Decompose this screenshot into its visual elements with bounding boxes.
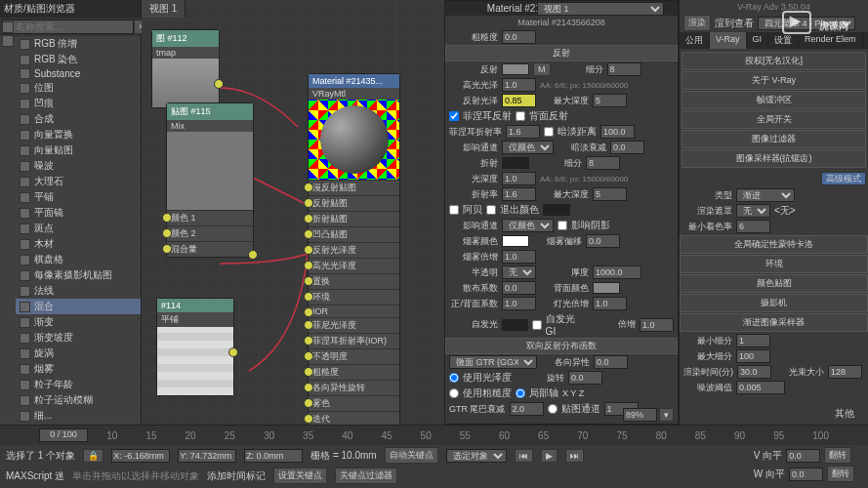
gtr-spinner[interactable] bbox=[510, 402, 544, 416]
node-input-row[interactable]: 菲尼光泽度 bbox=[309, 317, 399, 333]
list-item[interactable]: 噪波 bbox=[16, 158, 141, 174]
list-item[interactable]: RGB 染色 bbox=[16, 52, 141, 67]
node-input-port[interactable] bbox=[304, 414, 313, 424]
node-mix-115[interactable]: 贴图 #115 Mix 颜色 1颜色 2混合量 bbox=[166, 102, 254, 258]
list-item[interactable]: 粒子运动模糊 bbox=[16, 392, 141, 408]
list-item[interactable]: 混合 bbox=[16, 299, 141, 314]
node-input-port[interactable] bbox=[304, 307, 313, 317]
thickness-spinner[interactable] bbox=[593, 265, 641, 279]
node-input-row[interactable]: 置换 bbox=[309, 273, 399, 289]
lock-icon[interactable]: 🔒 bbox=[83, 449, 103, 463]
use-gloss-radio[interactable] bbox=[449, 373, 459, 383]
sampler-type-dropdown[interactable]: 渐进 bbox=[736, 188, 795, 202]
node-input-row[interactable]: 混合量 bbox=[167, 241, 253, 257]
flip-button[interactable]: 翻转 bbox=[827, 466, 854, 482]
rollout-item[interactable]: 图像过滤器 bbox=[682, 130, 866, 148]
fog-bias-spinner[interactable] bbox=[586, 234, 620, 248]
node-input-row[interactable]: IOR bbox=[309, 305, 399, 317]
refract-color-swatch[interactable] bbox=[502, 157, 529, 169]
list-item[interactable]: 位图 bbox=[16, 80, 141, 96]
affect-dropdown[interactable]: 仅颜色 bbox=[502, 141, 554, 154]
node-input-port[interactable] bbox=[304, 214, 313, 224]
env-rollout[interactable]: 环境 bbox=[680, 255, 868, 273]
list-item[interactable]: 渐变坡度 bbox=[16, 330, 141, 346]
node-input-row[interactable]: 反射光泽度 bbox=[309, 242, 399, 258]
node-input-row[interactable]: 不透明度 bbox=[309, 348, 399, 364]
viewport-dropdown[interactable]: 视图 1 bbox=[537, 2, 664, 16]
shadow-checkbox[interactable] bbox=[558, 221, 567, 230]
min-shade-spinner[interactable] bbox=[736, 220, 770, 233]
refract-subdiv-spinner[interactable] bbox=[586, 156, 620, 170]
list-item[interactable]: 烟雾 bbox=[16, 361, 141, 377]
zoom-spinner[interactable] bbox=[623, 408, 657, 422]
list-item[interactable]: 棋盘格 bbox=[16, 252, 141, 267]
max-sub-spinner[interactable] bbox=[736, 349, 770, 363]
light-mult-spinner[interactable] bbox=[593, 297, 627, 310]
list-item[interactable]: 凹痕 bbox=[16, 96, 141, 111]
noise-spinner[interactable] bbox=[736, 381, 785, 394]
node-input-port[interactable] bbox=[304, 336, 313, 346]
map-channel-radio[interactable] bbox=[548, 404, 558, 414]
node-input-row[interactable]: 雾色 bbox=[309, 395, 399, 411]
node-input-port[interactable] bbox=[304, 383, 313, 392]
node-input-row[interactable]: 各向异性旋转 bbox=[309, 380, 399, 395]
camera-dropdown[interactable]: 四元菜单 4 - PhysCamera002 bbox=[758, 17, 855, 30]
back-reflect-checkbox[interactable] bbox=[516, 111, 525, 121]
scatter-spinner[interactable] bbox=[502, 281, 536, 295]
render-button[interactable]: 渲染 bbox=[683, 15, 711, 31]
list-item[interactable]: 粒子年龄 bbox=[16, 377, 141, 392]
brdf-dropdown[interactable]: 微面 GTR (GGX) bbox=[449, 355, 537, 369]
add-time-tag[interactable]: 添加时间标记 bbox=[207, 469, 266, 483]
node-input-port[interactable] bbox=[162, 213, 172, 223]
list-item[interactable]: 每像素摄影机贴图 bbox=[16, 267, 141, 283]
tab-公用[interactable]: 公用 bbox=[680, 32, 710, 49]
hilight-spinner[interactable] bbox=[502, 78, 536, 92]
node-input-port[interactable] bbox=[162, 244, 172, 254]
play-prev-icon[interactable]: ⏮ bbox=[515, 449, 533, 463]
tab-render elem[interactable]: Render Elem bbox=[799, 32, 863, 49]
play-next-icon[interactable]: ⏭ bbox=[565, 449, 584, 463]
use-rough-radio[interactable] bbox=[449, 388, 459, 398]
node-input-row[interactable]: 折射贴图 bbox=[309, 211, 399, 226]
rollout-item[interactable]: 授权[无名汉化] bbox=[682, 52, 866, 70]
key-target-dropdown[interactable]: 选定对象 bbox=[446, 449, 507, 463]
back-color-swatch[interactable] bbox=[593, 282, 620, 294]
ray-bundle-spinner[interactable] bbox=[828, 365, 862, 379]
roughness-spinner[interactable] bbox=[502, 30, 536, 44]
list-item[interactable]: 大理石 bbox=[16, 174, 141, 189]
max-depth2-spinner[interactable] bbox=[593, 187, 627, 201]
min-sub-spinner[interactable] bbox=[736, 334, 770, 347]
fog-color-swatch[interactable] bbox=[502, 235, 529, 247]
timeline-slider[interactable]: 0 / 100 bbox=[39, 428, 88, 442]
node-input-row[interactable]: 高光光泽度 bbox=[309, 258, 399, 273]
dim-dist-spinner[interactable] bbox=[600, 125, 635, 139]
dim-falloff-spinner[interactable] bbox=[610, 141, 644, 154]
rollout-item[interactable]: 帧缓冲区 bbox=[682, 91, 866, 109]
node-input-row[interactable]: 环境 bbox=[309, 289, 399, 305]
dim-dist-checkbox[interactable] bbox=[544, 127, 554, 137]
toolbar-icon[interactable]: ▾ bbox=[659, 408, 674, 422]
play-icon[interactable]: ▶ bbox=[541, 449, 558, 463]
node-input-row[interactable]: 菲涅耳折射率(IOR) bbox=[309, 333, 399, 348]
node-input-port[interactable] bbox=[304, 320, 313, 330]
timeline[interactable]: 0 / 100 05101520253035404550556065707580… bbox=[0, 426, 868, 445]
abbe-checkbox[interactable] bbox=[449, 205, 459, 215]
rotation-spinner[interactable] bbox=[568, 371, 602, 385]
tool-icon[interactable] bbox=[2, 35, 14, 47]
mult-spinner[interactable] bbox=[640, 318, 674, 332]
node-input-row[interactable]: 粗糙度 bbox=[309, 364, 399, 380]
node-input-port[interactable] bbox=[304, 261, 313, 270]
list-item[interactable]: 斑点 bbox=[16, 221, 141, 236]
fwd-back-spinner[interactable] bbox=[502, 297, 536, 310]
fresnel-ior-spinner[interactable] bbox=[506, 125, 540, 139]
node-input-port[interactable] bbox=[304, 245, 313, 255]
affect2-dropdown[interactable]: 仅颜色 bbox=[502, 219, 554, 232]
node-vraymtl[interactable]: Material #21435... VRayMtl 漫反射贴图反射贴图折射贴图… bbox=[308, 73, 400, 427]
list-item[interactable]: 木材 bbox=[16, 236, 141, 252]
node-input-row[interactable]: 漫反射贴图 bbox=[309, 180, 399, 195]
key-filter-button[interactable]: 关键点过滤器 bbox=[335, 468, 397, 484]
set-key-button[interactable]: 设置关键点 bbox=[273, 468, 327, 484]
refr-gloss-spinner[interactable] bbox=[502, 187, 536, 201]
list-item[interactable]: 法线 bbox=[16, 283, 141, 299]
fog-mult-spinner[interactable] bbox=[502, 250, 536, 264]
